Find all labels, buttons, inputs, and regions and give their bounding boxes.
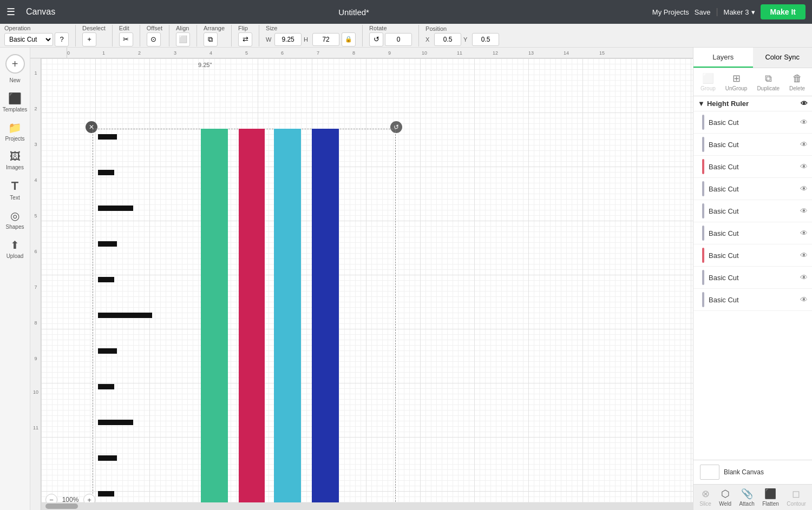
delete-icon: 🗑 [793, 73, 802, 84]
projects-label: Projects [5, 136, 24, 142]
group-action[interactable]: ⬜ Group [700, 72, 716, 91]
layer-eye-3[interactable]: 👁 [800, 184, 808, 193]
svg-text:14: 14 [564, 50, 569, 56]
layer-eye-6[interactable]: 👁 [800, 251, 808, 260]
duplicate-action[interactable]: ⧉ Duplicate [757, 73, 780, 91]
layer-eye-7[interactable]: 👁 [800, 273, 808, 282]
size-w-label: W [266, 36, 272, 43]
left-sidebar: + New ⬛ Templates 📁 Projects 🖼 Images T … [0, 48, 30, 510]
attach-label: Attach [739, 501, 754, 507]
slice-icon: ⊗ [702, 488, 710, 500]
operation-label: Operation [4, 25, 69, 31]
layer-item-2[interactable]: Basic Cut 👁 [693, 156, 812, 178]
layer-eye-0[interactable]: 👁 [800, 118, 808, 127]
ruler-corner [30, 48, 67, 58]
shapes-icon: ◎ [10, 209, 19, 222]
size-w-input[interactable] [274, 33, 302, 46]
deselect-button[interactable]: + [82, 32, 96, 47]
weld-tool[interactable]: ⬡ Weld [719, 488, 731, 507]
width-indicator: 9.25" [198, 62, 212, 68]
rotate-input[interactable] [385, 33, 412, 46]
position-y-input[interactable] [472, 33, 499, 46]
ungroup-action[interactable]: ⊞ UnGroup [725, 72, 748, 91]
layer-item-3[interactable]: Basic Cut 👁 [693, 178, 812, 200]
layer-eye-2[interactable]: 👁 [800, 162, 808, 171]
operation-select[interactable]: Basic Cut [4, 33, 53, 46]
align-group: Align ⬜ [176, 25, 197, 47]
ruler-tick-9 [98, 420, 133, 425]
attach-tool[interactable]: 📎 Attach [739, 488, 754, 507]
sidebar-item-projects[interactable]: 📁 Projects [0, 117, 30, 146]
layer-color-0 [702, 115, 704, 130]
sidebar-item-shapes[interactable]: ◎ Shapes [0, 205, 30, 234]
svg-text:4: 4 [34, 177, 37, 183]
delete-action[interactable]: 🗑 Delete [789, 73, 805, 91]
my-projects-button[interactable]: My Projects [652, 8, 689, 16]
new-button[interactable]: + New [0, 50, 30, 88]
flatten-tool[interactable]: ⬛ Flatten [762, 488, 779, 507]
offset-label: Offset [147, 25, 162, 31]
svg-text:5: 5 [34, 213, 37, 218]
layer-item-1[interactable]: Basic Cut 👁 [693, 134, 812, 156]
layer-item-5[interactable]: Basic Cut 👁 [693, 222, 812, 244]
layer-eye-8[interactable]: 👁 [800, 295, 808, 304]
layer-name-8: Basic Cut [709, 296, 800, 304]
templates-label: Templates [3, 107, 28, 112]
lock-aspect-button[interactable]: 🔒 [342, 32, 356, 47]
position-x-input[interactable] [434, 33, 461, 46]
layer-eye-1[interactable]: 👁 [800, 140, 808, 149]
close-selection-button[interactable]: ✕ [86, 121, 97, 133]
save-button[interactable]: Save [695, 8, 711, 16]
attach-icon: 📎 [741, 488, 753, 500]
rotate-handle[interactable]: ↺ [390, 121, 402, 133]
align-button[interactable]: ⬜ [176, 32, 190, 47]
hamburger-icon[interactable]: ☰ [6, 6, 15, 18]
layer-group-chevron-icon[interactable]: ▼ [698, 100, 705, 108]
layer-eye-4[interactable]: 👁 [800, 207, 808, 215]
position-x-label: X [425, 36, 432, 43]
contour-tool[interactable]: ◻ Contour [787, 488, 806, 507]
offset-button[interactable]: ⊙ [147, 32, 161, 47]
size-h-input[interactable] [312, 33, 339, 46]
text-label: Text [10, 195, 19, 201]
ruler-vertical: 1 2 3 4 5 6 7 8 9 10 11 [30, 58, 41, 510]
flip-button[interactable]: ⇄ [238, 32, 252, 47]
layer-item-8[interactable]: Basic Cut 👁 [693, 289, 812, 311]
layer-item-6[interactable]: Basic Cut 👁 [693, 244, 812, 267]
make-it-button[interactable]: Make It [761, 4, 806, 19]
layer-group-header: ▼ Height Ruler 👁 [693, 96, 812, 111]
tab-color-sync[interactable]: Color Sync [753, 48, 813, 68]
svg-text:7: 7 [317, 50, 319, 56]
grid-canvas[interactable]: 9.25" ✕ ↺ [41, 58, 693, 510]
sidebar-item-templates[interactable]: ⬛ Templates [0, 88, 30, 117]
layer-eye-5[interactable]: 👁 [800, 229, 808, 237]
ruler-horizontal: 0 1 2 3 4 5 6 7 8 9 10 11 12 13 14 15 [67, 48, 693, 58]
ungroup-icon: ⊞ [732, 72, 741, 84]
operation-help-button[interactable]: ? [55, 32, 69, 47]
arrange-button[interactable]: ⧉ [204, 32, 218, 47]
layer-name-7: Basic Cut [709, 274, 800, 282]
height-ruler-element [98, 134, 152, 496]
layer-item-7[interactable]: Basic Cut 👁 [693, 267, 812, 289]
ruler-tick-4 [98, 241, 117, 247]
chevron-down-icon: ▾ [751, 8, 755, 16]
arrange-label: Arrange [204, 25, 225, 31]
sidebar-item-images[interactable]: 🖼 Images [0, 146, 30, 175]
panel-actions: ⬜ Group ⊞ UnGroup ⧉ Duplicate 🗑 Delete [693, 68, 812, 96]
panel-bottom: Blank Canvas ⊗ Slice ⬡ Weld 📎 Attach ⬛ F… [693, 460, 812, 510]
svg-text:9: 9 [388, 50, 391, 56]
duplicate-icon: ⧉ [765, 73, 772, 84]
tab-layers[interactable]: Layers [693, 48, 753, 68]
machine-select-button[interactable]: Maker 3 ▾ [724, 8, 755, 16]
rotate-icon-button[interactable]: ↺ [369, 32, 383, 47]
layer-item-4[interactable]: Basic Cut 👁 [693, 200, 812, 222]
sidebar-item-text[interactable]: T Text [0, 175, 30, 205]
layer-group-eye-icon[interactable]: 👁 [801, 100, 808, 108]
edit-button[interactable]: ✂ [119, 32, 133, 47]
slice-tool[interactable]: ⊗ Slice [699, 488, 711, 507]
rotate-group: Rotate ↺ [369, 25, 419, 47]
sidebar-item-upload[interactable]: ⬆ Upload [0, 234, 30, 263]
deselect-label: Deselect [82, 25, 106, 31]
horizontal-scrollbar[interactable] [41, 502, 693, 510]
layer-item-0[interactable]: Basic Cut 👁 [693, 111, 812, 134]
